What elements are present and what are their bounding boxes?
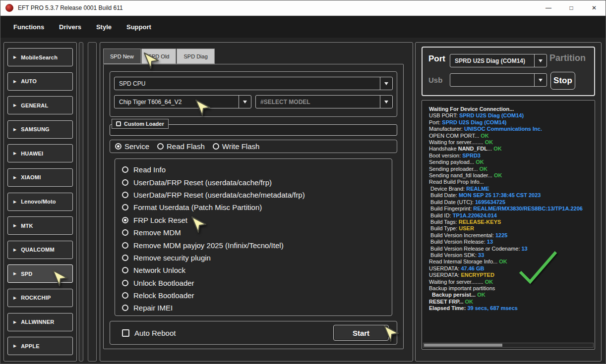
play-icon: ▶ bbox=[13, 320, 16, 324]
sidebar-item-lenovo-moto[interactable]: ▶Lenovo/Moto bbox=[7, 193, 73, 211]
sidebar-item-label: QUALCOMM bbox=[21, 247, 55, 253]
sidebar-item-label: SPD bbox=[21, 271, 32, 277]
operation-remove-security-plugin[interactable]: Remove security plugin bbox=[122, 252, 392, 264]
log-line: Waiting For Device Connection... bbox=[429, 106, 592, 112]
menubar: FunctionsDriversStyleSupport bbox=[0, 16, 606, 38]
sidebar-item-rockchip[interactable]: ▶ROCKCHIP bbox=[7, 289, 73, 307]
operation-label: Repair IMEI bbox=[133, 304, 173, 312]
sidebar-item-xiaomi[interactable]: ▶XIAOMI bbox=[7, 168, 73, 187]
mode-option-label: Service bbox=[124, 142, 149, 151]
log-panel: Waiting For Device Connection...USB PORT… bbox=[422, 100, 595, 350]
sidebar-item-samsung[interactable]: ▶SAMSUNG bbox=[7, 120, 73, 139]
model-select[interactable]: #SELECT MODEL bbox=[255, 95, 393, 108]
auto-reboot-checkbox[interactable] bbox=[122, 329, 129, 337]
sidebar-scrollbar[interactable] bbox=[79, 42, 83, 362]
spd-form-panel: SPD NewSPD OldSPD Diag SPD CPU Chip Tige… bbox=[100, 42, 413, 362]
sidebar-item-mobilesearch[interactable]: ▶MobileSearch bbox=[7, 48, 73, 66]
radio-icon bbox=[122, 166, 128, 173]
chevron-down-icon bbox=[380, 96, 392, 108]
log-horizontal-scrollbar[interactable] bbox=[423, 343, 594, 348]
log-line: Manufacturer: UNISOC Communications Inc. bbox=[429, 126, 592, 132]
log-line: Port: SPRD U2S Diag (COM14) bbox=[429, 119, 592, 126]
scrollbar-thumb[interactable] bbox=[424, 344, 502, 347]
operation-repair-imei[interactable]: Repair IMEI bbox=[122, 302, 392, 314]
operation-frp-lock-reset[interactable]: FRP Lock Reset bbox=[122, 214, 392, 226]
operation-userdata-frp-reset-userdata-cache-metadata-frp[interactable]: UserData/FRP Reset (userdata/cache/metad… bbox=[122, 189, 392, 201]
custom-loader-group[interactable]: Custom Loader bbox=[112, 119, 169, 129]
menu-item-support[interactable]: Support bbox=[126, 23, 151, 31]
log-line: Build Date: MON SEP 25 17:38:45 CST 2023 bbox=[429, 192, 592, 199]
play-icon: ▶ bbox=[13, 55, 16, 59]
log-line: Handshake NAND_FDL... OK bbox=[429, 146, 592, 152]
operation-remove-mdm[interactable]: Remove MDM bbox=[122, 226, 392, 239]
radio-icon bbox=[122, 305, 128, 311]
cpu-select-value: SPD CPU bbox=[119, 80, 145, 87]
partition-button[interactable]: Partition bbox=[549, 53, 586, 63]
log-line: USERDATA: 47.46 GB bbox=[429, 265, 592, 272]
sidebar-item-label: Lenovo/Moto bbox=[21, 199, 56, 205]
chevron-down-icon bbox=[380, 77, 392, 90]
menu-item-drivers[interactable]: Drivers bbox=[59, 23, 81, 31]
close-button[interactable]: ✕ bbox=[583, 0, 606, 15]
maximize-button[interactable]: □ bbox=[560, 0, 583, 15]
operation-label: UserData/FRP Reset (userdata/cache/frp) bbox=[133, 178, 272, 187]
operation-remove-mdm-payjoy-2025-infinix-tecno-itel[interactable]: Remove MDM payjoy 2025 (Infinix/Tecno/It… bbox=[122, 239, 392, 251]
mode-option-service[interactable]: Service bbox=[115, 142, 149, 151]
sidebar-item-label: XIAOMI bbox=[21, 174, 41, 180]
operation-label: Remove security plugin bbox=[133, 254, 211, 262]
operation-relock-bootloader[interactable]: Relock Bootloader bbox=[122, 289, 392, 302]
start-button[interactable]: Start bbox=[333, 325, 389, 341]
usb-select[interactable] bbox=[450, 73, 547, 87]
tab-spd-diag[interactable]: SPD Diag bbox=[177, 49, 214, 64]
log-line: USERDATA: ENCRYPTED bbox=[429, 272, 592, 278]
sidebar-item-label: SAMSUNG bbox=[21, 126, 50, 132]
operation-format-userdata-patch-misc-partition[interactable]: Format Userdata (Patch Misc Partition) bbox=[122, 201, 392, 213]
radio-icon bbox=[122, 242, 128, 249]
chevron-down-icon bbox=[534, 74, 546, 86]
log-line: Build Version Incremental: 1225 bbox=[429, 232, 592, 239]
cpu-select[interactable]: SPD CPU bbox=[114, 77, 393, 90]
tab-spd-new[interactable]: SPD New bbox=[103, 49, 141, 64]
operation-network-unlock[interactable]: Network Unlock bbox=[122, 264, 392, 276]
play-icon: ▶ bbox=[13, 223, 16, 228]
sidebar-item-allwinner[interactable]: ▶ALLWINNER bbox=[7, 313, 73, 331]
sidebar-item-general[interactable]: ▶GENERAL bbox=[7, 96, 73, 114]
play-icon: ▶ bbox=[13, 271, 16, 276]
mode-row: ServiceRead FlashWrite Flash bbox=[110, 140, 397, 153]
operation-read-info[interactable]: Read Info bbox=[122, 163, 392, 176]
sidebar-item-auto[interactable]: ▶AUTO bbox=[7, 72, 73, 91]
mode-option-write-flash[interactable]: Write Flash bbox=[213, 142, 260, 151]
custom-loader-checkbox[interactable] bbox=[116, 121, 121, 126]
minimize-button[interactable]: — bbox=[537, 0, 560, 15]
stop-button[interactable]: Stop bbox=[550, 72, 575, 90]
menu-item-style[interactable]: Style bbox=[96, 23, 112, 31]
radio-icon bbox=[122, 267, 128, 273]
sidebar-item-mtk[interactable]: ▶MTK bbox=[7, 216, 73, 235]
operation-unlock-bootloader[interactable]: Unlock Bootloader bbox=[122, 277, 392, 289]
sidebar-item-huawei[interactable]: ▶HUAWEI bbox=[7, 144, 73, 162]
operation-label: Remove MDM bbox=[133, 228, 181, 237]
port-select[interactable]: SPRD U2S Diag (COM14) bbox=[450, 54, 547, 67]
operation-label: Network Unlock bbox=[133, 266, 185, 274]
auto-reboot-option[interactable]: Auto Reboot bbox=[122, 329, 176, 337]
operations-list: Read InfoUserData/FRP Reset (userdata/ca… bbox=[115, 158, 392, 316]
success-checkmark-icon bbox=[515, 248, 560, 290]
log-line: Build Version SDK: 33 bbox=[429, 252, 592, 259]
log-line: Build ID: TP1A.220624.014 bbox=[429, 212, 592, 219]
play-icon: ▶ bbox=[13, 175, 16, 180]
mode-option-read-flash[interactable]: Read Flash bbox=[157, 142, 205, 151]
sidebar-item-apple[interactable]: ▶APPLE bbox=[7, 337, 73, 355]
operation-userdata-frp-reset-userdata-cache-frp[interactable]: UserData/FRP Reset (userdata/cache/frp) bbox=[122, 176, 392, 188]
radio-icon bbox=[122, 229, 128, 236]
splitter-strip[interactable] bbox=[88, 42, 97, 362]
window-controls: — □ ✕ bbox=[537, 0, 606, 15]
menu-item-functions[interactable]: Functions bbox=[13, 23, 44, 31]
log-line: Build Fingerprint: REALME/RMX3830/RES8BC… bbox=[429, 206, 592, 212]
log-line: Sending payload... OK bbox=[429, 159, 592, 165]
sidebar-item-label: APPLE bbox=[21, 343, 40, 349]
sidebar-item-qualcomm[interactable]: ▶QUALCOMM bbox=[7, 241, 73, 259]
log-line: Device Brand: REALME bbox=[429, 186, 592, 192]
play-icon: ▶ bbox=[13, 79, 16, 84]
chip-select[interactable]: Chip Tiger T606_64_V2 bbox=[114, 95, 251, 108]
sidebar-item-label: MTK bbox=[21, 223, 33, 229]
